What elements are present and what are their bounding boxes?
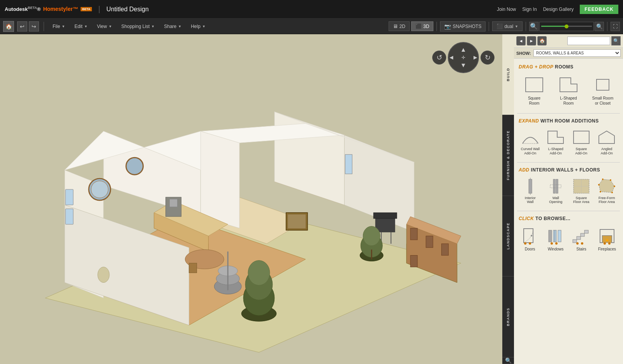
svg-rect-35 xyxy=(373,213,397,219)
interior-wall-item[interactable]: InteriorWall xyxy=(519,176,542,206)
brands-tab[interactable]: BRANDS xyxy=(502,276,514,357)
divider-3 xyxy=(517,211,620,211)
file-menu[interactable]: File▼ xyxy=(49,22,69,31)
wall-opening-item[interactable]: WallOpening xyxy=(544,176,568,206)
main-content: ↺ ▲ ◄ ✛ ► ▼ ↻ xyxy=(0,34,623,364)
home-button[interactable]: 🏠 xyxy=(3,21,14,32)
interior-wall-shape xyxy=(521,178,540,195)
svg-rect-55 xyxy=(597,79,609,90)
beta-badge: BETA xyxy=(81,7,92,11)
svg-point-74 xyxy=(598,184,600,186)
rotate-right-button[interactable]: ↻ xyxy=(480,51,495,65)
svg-rect-14 xyxy=(65,189,73,205)
svg-rect-89 xyxy=(573,240,577,243)
l-shaped-addon-label: L-ShapedAdd-On xyxy=(548,147,563,156)
l-shaped-room-shape xyxy=(558,75,579,94)
panel-search-button[interactable]: 🔍 xyxy=(611,36,621,46)
divider-2 xyxy=(517,162,620,163)
title-separator: | xyxy=(98,5,100,14)
view-menu[interactable]: View▼ xyxy=(93,22,116,31)
svg-point-94 xyxy=(576,242,579,245)
undo-button[interactable]: ↩ xyxy=(17,21,27,32)
sign-in-link[interactable]: Sign In xyxy=(522,7,537,12)
l-shaped-room-item[interactable]: L-ShapedRoom xyxy=(553,73,584,108)
square-room-shape xyxy=(524,75,544,94)
svg-marker-72 xyxy=(599,179,614,192)
furnish-tab-label: FURNISH & DECORATE xyxy=(506,130,510,180)
view-separator xyxy=(436,22,437,31)
svg-point-88 xyxy=(551,242,553,245)
snapshots-button[interactable]: 📷 SNAPSHOTS xyxy=(440,21,486,32)
small-room-label: Small Roomor Closet xyxy=(592,96,613,106)
freeform-floor-item[interactable]: Free-FormFloor Area xyxy=(595,176,619,206)
angled-addon-shape xyxy=(597,129,616,146)
doors-label: Doors xyxy=(525,247,535,251)
navigation-compass: ↺ ▲ ◄ ✛ ► ▼ ↻ xyxy=(432,42,495,73)
svg-marker-8 xyxy=(201,131,239,228)
l-shaped-addon-shape xyxy=(546,129,565,146)
svg-rect-53 xyxy=(526,78,543,92)
stairs-label: Stairs xyxy=(576,247,586,251)
landscape-tab[interactable]: LANDSCAPE xyxy=(502,196,514,277)
dual-button[interactable]: ⬛ dual ▼ xyxy=(492,21,523,31)
shopping-list-menu[interactable]: Shopping List▼ xyxy=(118,22,159,31)
redo-button[interactable]: ↪ xyxy=(29,21,39,32)
compass-center: ✛ xyxy=(461,55,465,60)
l-shaped-addon-item[interactable]: L-ShapedAdd-On xyxy=(544,127,568,158)
small-room-item[interactable]: Small Roomor Closet xyxy=(587,73,618,108)
panel-back-button[interactable]: ◄ xyxy=(516,36,526,46)
feedback-button[interactable]: FEEDBACK xyxy=(580,5,618,14)
svg-rect-68 xyxy=(550,185,561,188)
svg-rect-59 xyxy=(574,131,589,144)
view-2d-button[interactable]: 🖥 2D xyxy=(389,21,410,31)
design-gallery-link[interactable]: Design Gallery xyxy=(543,7,574,12)
edit-menu[interactable]: Edit▼ xyxy=(70,22,92,31)
show-filter-row: SHOW: ROOMS, WALLS & AREAS xyxy=(514,48,623,59)
panel-search-input[interactable] xyxy=(567,37,610,45)
svg-rect-41 xyxy=(410,228,417,240)
square-addon-shape xyxy=(572,129,591,146)
build-tab[interactable]: BUILD xyxy=(502,34,514,115)
monitor-icon: 🖥 xyxy=(393,23,398,29)
zoom-in-button[interactable]: 🔍 xyxy=(595,22,604,31)
right-panel: BUILD FURNISH & DECORATE LANDSCAPE BRAND… xyxy=(502,34,623,364)
svg-rect-90 xyxy=(577,236,581,240)
doors-item[interactable]: Doors xyxy=(519,224,541,253)
panel-scroll-area[interactable]: DRAG + DROP ROOMS SquareRoom xyxy=(514,59,623,364)
panel-forward-button[interactable]: ► xyxy=(527,36,536,46)
fireplaces-label: Fireplaces xyxy=(598,247,616,251)
fireplaces-item[interactable]: Fireplaces xyxy=(596,224,618,253)
search-side-button[interactable]: 🔍 xyxy=(502,357,514,364)
windows-item[interactable]: Windows xyxy=(544,224,567,253)
svg-point-17 xyxy=(91,181,108,198)
zoom-out-button[interactable]: 🔍 xyxy=(529,22,539,31)
join-now-link[interactable]: Join Now xyxy=(497,7,516,12)
compass-ring[interactable]: ▲ ◄ ✛ ► ▼ xyxy=(448,42,479,73)
zoom-slider[interactable] xyxy=(539,22,594,31)
snap-separator xyxy=(489,22,489,31)
windows-label: Windows xyxy=(548,247,564,251)
square-room-item[interactable]: SquareRoom xyxy=(519,73,550,108)
square-floor-item[interactable]: SquareFloor Area xyxy=(570,176,593,206)
compass-left-arrow: ◄ xyxy=(448,54,454,61)
angled-addon-item[interactable]: AngledAdd-On xyxy=(595,127,619,158)
fullscreen-button[interactable]: ⛶ xyxy=(611,22,620,31)
view-3d-button[interactable]: ⬛ 3D xyxy=(411,21,433,31)
drag-drop-highlight: DRAG + DROP xyxy=(519,64,553,70)
interior-header: ADD INTERIOR WALLS + FLOORS xyxy=(517,164,620,174)
rotate-left-button[interactable]: ↺ xyxy=(432,51,446,65)
compass-down-arrow: ▼ xyxy=(460,62,466,69)
windows-shape xyxy=(546,226,566,246)
curved-wall-item[interactable]: Curved WallAdd-On xyxy=(519,127,542,158)
help-menu[interactable]: Help▼ xyxy=(187,22,209,31)
divider-1 xyxy=(517,113,620,114)
share-menu[interactable]: Share▼ xyxy=(160,22,185,31)
viewport[interactable]: ↺ ▲ ◄ ✛ ► ▼ ↻ xyxy=(0,34,502,364)
stairs-item[interactable]: Stairs xyxy=(570,224,593,253)
furnish-decorate-tab[interactable]: FURNISH & DECORATE xyxy=(502,115,514,196)
svg-rect-63 xyxy=(529,179,532,193)
show-dropdown[interactable]: ROOMS, WALLS & AREAS xyxy=(533,49,621,57)
panel-home-button[interactable]: 🏠 xyxy=(537,36,547,46)
panel-content: ◄ ► 🏠 🔍 SHOW: ROOMS, WALLS & AREAS DRA xyxy=(514,34,623,364)
square-addon-item[interactable]: SquareAdd-On xyxy=(570,127,593,158)
